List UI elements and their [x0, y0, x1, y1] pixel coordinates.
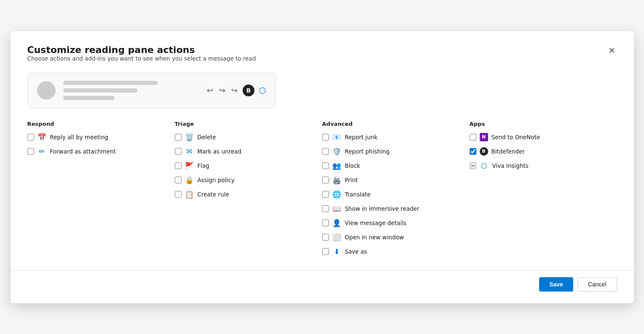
option-assign-policy-label[interactable]: 🔒 Assign policy	[175, 176, 235, 184]
report-junk-checkbox[interactable]	[322, 134, 329, 140]
avatar-placeholder	[37, 81, 56, 100]
delete-checkbox[interactable]	[175, 134, 182, 140]
close-button[interactable]: ✕	[607, 45, 617, 56]
reply-all-icon-btn[interactable]: ↪	[218, 85, 226, 96]
reply-icon-btn[interactable]: ↩	[206, 85, 214, 96]
option-save-as: ⬇️ Save as	[322, 247, 461, 256]
flag-checkbox[interactable]	[175, 162, 182, 169]
bitdefender-preview-icon: B	[243, 85, 254, 96]
viva-insights-checkbox-partial	[470, 162, 476, 169]
dialog-footer: Save Cancel	[27, 270, 617, 292]
assign-policy-checkbox[interactable]	[175, 177, 182, 183]
translate-checkbox[interactable]	[322, 191, 329, 198]
flag-text: Flag	[198, 162, 209, 169]
option-send-to-onenote: N Send to OneNote	[470, 133, 609, 141]
mark-as-unread-icon: ✉️	[185, 147, 194, 156]
save-as-checkbox[interactable]	[322, 248, 329, 255]
option-reply-all-meeting: 📅 Reply all by meeting	[27, 133, 166, 141]
mark-as-unread-text: Mark as unread	[198, 148, 242, 155]
preview-actions: ↩ ↪ ↪ B ⬡	[206, 85, 266, 96]
forward-icon-btn[interactable]: ↪	[230, 85, 238, 96]
option-view-message-details-label[interactable]: 👤 View message details	[322, 219, 406, 227]
open-new-window-text: Open in new window	[345, 234, 404, 241]
option-delete-label[interactable]: 🗑️ Delete	[175, 133, 216, 141]
save-as-text: Save as	[345, 248, 367, 255]
option-flag-label[interactable]: 🚩 Flag	[175, 162, 209, 170]
option-save-as-label[interactable]: ⬇️ Save as	[322, 247, 367, 256]
reply-all-meeting-text: Reply all by meeting	[50, 134, 109, 140]
sections-row: Respond 📅 Reply all by meeting ✏️ Forwar…	[27, 121, 617, 262]
view-message-details-icon: 👤	[332, 219, 342, 227]
create-rule-text: Create rule	[198, 191, 229, 198]
forward-as-attachment-text: Forward as attachment	[50, 148, 116, 155]
create-rule-checkbox[interactable]	[175, 191, 182, 198]
preview-card: ↩ ↪ ↪ B ⬡	[27, 73, 276, 108]
option-create-rule-label[interactable]: 📋 Create rule	[175, 190, 229, 199]
send-to-onenote-checkbox[interactable]	[470, 134, 476, 140]
preview-line-3	[63, 96, 115, 100]
viva-preview-icon: ⬡	[259, 85, 266, 95]
option-create-rule: 📋 Create rule	[175, 190, 314, 199]
option-flag: 🚩 Flag	[175, 162, 314, 170]
report-junk-icon: 📧	[332, 133, 342, 141]
dialog-subtitle: Choose actions and add-ins you want to s…	[27, 55, 256, 62]
option-mark-as-unread-label[interactable]: ✉️ Mark as unread	[175, 147, 242, 156]
save-button[interactable]: Save	[539, 277, 573, 292]
option-show-immersive-label[interactable]: 📖 Show in immersive reader	[322, 204, 420, 213]
option-bitdefender-label[interactable]: B Bitdefender	[470, 147, 525, 156]
dialog-title: Customize reading pane actions	[27, 45, 256, 55]
option-report-phishing-label[interactable]: 🛡️ Report phishing	[322, 147, 390, 156]
view-message-details-text: View message details	[345, 220, 406, 226]
show-immersive-checkbox[interactable]	[322, 205, 329, 212]
bitdefender-checkbox[interactable]	[470, 148, 476, 155]
preview-line-2	[63, 88, 138, 93]
mark-as-unread-checkbox[interactable]	[175, 148, 182, 155]
assign-policy-text: Assign policy	[198, 177, 235, 183]
onenote-icon: N	[480, 133, 488, 141]
dialog-header: Customize reading pane actions Choose ac…	[27, 45, 617, 69]
open-new-window-checkbox[interactable]	[322, 234, 329, 241]
save-as-icon: ⬇️	[332, 247, 342, 256]
delete-text: Delete	[198, 134, 216, 140]
block-text: Block	[345, 162, 361, 169]
viva-insights-text: Viva Insights	[492, 162, 529, 169]
report-phishing-checkbox[interactable]	[322, 148, 329, 155]
option-print-label[interactable]: 🖨️ Print	[322, 176, 358, 184]
report-phishing-icon: 🛡️	[332, 147, 342, 156]
option-viva-insights: ⬡ Viva Insights	[470, 162, 609, 170]
translate-text: Translate	[345, 191, 371, 198]
flag-icon: 🚩	[185, 162, 194, 170]
option-translate: 🌐 Translate	[322, 190, 461, 199]
respond-section-title: Respond	[27, 121, 166, 127]
option-block-label[interactable]: 👥 Block	[322, 162, 361, 170]
option-print: 🖨️ Print	[322, 176, 461, 184]
preview-line-1	[63, 81, 158, 85]
block-checkbox[interactable]	[322, 162, 329, 169]
option-assign-policy: 🔒 Assign policy	[175, 176, 314, 184]
option-block: 👥 Block	[322, 162, 461, 170]
create-rule-icon: 📋	[185, 190, 194, 199]
open-new-window-icon: ⬜	[332, 233, 342, 241]
option-report-junk-label[interactable]: 📧 Report junk	[322, 133, 378, 141]
option-report-junk: 📧 Report junk	[322, 133, 461, 141]
option-reply-all-meeting-label[interactable]: 📅 Reply all by meeting	[27, 133, 109, 141]
cancel-button[interactable]: Cancel	[577, 277, 617, 292]
option-bitdefender: B Bitdefender	[470, 147, 609, 156]
view-message-details-checkbox[interactable]	[322, 220, 329, 226]
option-view-message-details: 👤 View message details	[322, 219, 461, 227]
preview-lines	[63, 81, 199, 100]
option-open-new-window-label[interactable]: ⬜ Open in new window	[322, 233, 404, 241]
block-icon: 👥	[332, 162, 342, 170]
report-junk-text: Report junk	[345, 134, 378, 140]
forward-as-attachment-checkbox[interactable]	[27, 148, 34, 155]
print-icon: 🖨️	[332, 176, 342, 184]
advanced-section-title: Advanced	[322, 121, 461, 127]
bitdefender-text: Bitdefender	[492, 148, 525, 155]
show-immersive-text: Show in immersive reader	[345, 205, 420, 212]
option-send-to-onenote-label[interactable]: N Send to OneNote	[470, 133, 540, 141]
option-translate-label[interactable]: 🌐 Translate	[322, 190, 371, 199]
option-forward-as-attachment-label[interactable]: ✏️ Forward as attachment	[27, 147, 116, 156]
reply-all-meeting-checkbox[interactable]	[27, 134, 34, 140]
option-viva-insights-label[interactable]: ⬡ Viva Insights	[470, 162, 529, 170]
print-checkbox[interactable]	[322, 177, 329, 183]
